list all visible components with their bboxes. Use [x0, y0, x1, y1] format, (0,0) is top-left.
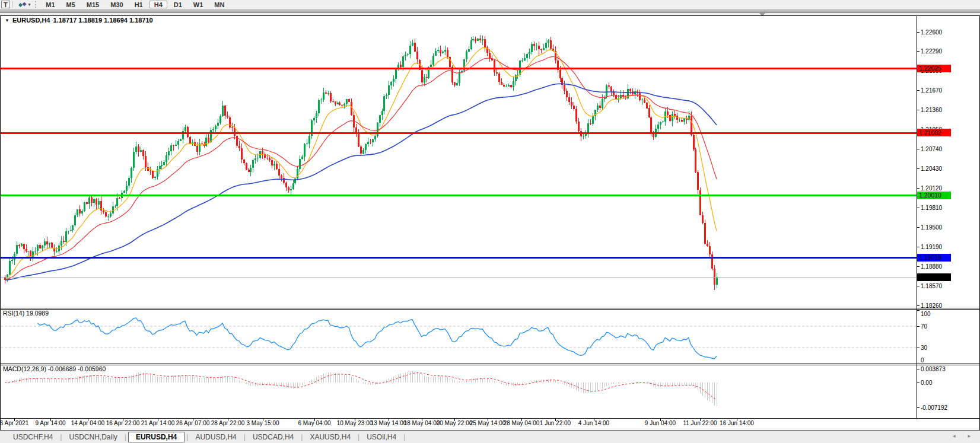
svg-text:1.19500: 1.19500	[921, 224, 943, 231]
tab-usdcnh-daily[interactable]: USDCNH,Daily	[62, 432, 124, 442]
svg-text:1.20430: 1.20430	[921, 165, 943, 172]
timeframe-h1[interactable]: H1	[130, 1, 148, 8]
svg-text:14 Apr 04:00: 14 Apr 04:00	[71, 420, 105, 426]
svg-text:25 May 14:00: 25 May 14:00	[470, 420, 506, 426]
svg-text:6 Apr 2021: 6 Apr 2021	[0, 420, 29, 426]
svg-text:9 Jun 04:00: 9 Jun 04:00	[645, 420, 676, 426]
svg-text:28 May 04:00: 28 May 04:00	[504, 420, 540, 426]
horizontal-scrollbar[interactable]	[0, 9, 980, 13]
tabs-scroll-right-icon[interactable]: ►	[967, 434, 972, 439]
timeframe-m15[interactable]: M15	[82, 1, 104, 8]
svg-text:13 May 14:00: 13 May 14:00	[371, 420, 407, 426]
svg-text:1.19810: 1.19810	[921, 205, 943, 211]
symbol-tabs: USDCHF,H4|USDCNH,Daily|EURUSD,H4|AUDUSD,…	[0, 432, 405, 442]
svg-text:1.21670: 1.21670	[921, 87, 943, 94]
svg-text:0.00: 0.00	[921, 380, 933, 386]
macd-indicator-label: MACD(12,26,9) -0.006689 -0.005960	[3, 365, 106, 372]
svg-text:1.19190: 1.19190	[921, 244, 943, 250]
svg-text:1 Jun 22:00: 1 Jun 22:00	[540, 420, 571, 426]
app-window: { "toolbar": { "text_tool_label": "T", "…	[0, 0, 980, 443]
chart-symbol-label: EURUSD,H4	[12, 17, 50, 24]
svg-text:1.20120: 1.20120	[921, 185, 943, 192]
svg-text:11 Jun 22:00: 11 Jun 22:00	[683, 420, 717, 426]
timeframe-m30[interactable]: M30	[106, 1, 128, 8]
svg-text:0.003873: 0.003873	[921, 366, 946, 372]
tab-usdcad-h4[interactable]: USDCAD,H4	[246, 432, 301, 442]
svg-text:1.22290: 1.22290	[921, 48, 943, 55]
tab-eurusd-h4[interactable]: EURUSD,H4	[128, 432, 184, 442]
svg-text:1.22025: 1.22025	[919, 65, 941, 72]
svg-text:6 May 04:00: 6 May 04:00	[298, 420, 330, 426]
svg-text:1.20740: 1.20740	[921, 146, 943, 152]
timeframe-h4[interactable]: H4	[149, 1, 167, 8]
svg-text:18 May 04:00: 18 May 04:00	[404, 420, 440, 426]
tab-separator: |	[125, 433, 126, 441]
chart-title[interactable]: ▼ EURUSD,H4 1.18717 1.18819 1.18694 1.18…	[5, 17, 153, 24]
svg-text:16 Apr 22:00: 16 Apr 22:00	[106, 420, 140, 426]
chart-window-frame	[1, 16, 980, 431]
timeframe-m1[interactable]: M1	[41, 1, 59, 8]
svg-text:4 Jun 14:00: 4 Jun 14:00	[578, 420, 610, 426]
price-tag: 1.19018	[917, 254, 951, 262]
svg-text:1.18260: 1.18260	[921, 302, 943, 309]
svg-text:0: 0	[921, 357, 924, 364]
timeframe-m5[interactable]: M5	[62, 1, 80, 8]
tab-usdchf-h4[interactable]: USDCHF,H4	[6, 432, 60, 442]
arrows-dropdown-button[interactable]: ▾	[15, 1, 33, 8]
tabs-scroll-left-icon[interactable]: ◄	[952, 434, 956, 439]
svg-text:1.19018: 1.19018	[919, 254, 941, 261]
chart-canvas[interactable]: 1.226001.222901.219801.216701.213601.210…	[0, 15, 980, 431]
chart-ohlc-values: 1.18717 1.18819 1.18694 1.18710	[53, 17, 153, 24]
svg-text:70: 70	[921, 323, 928, 330]
svg-text:16 Jun 14:00: 16 Jun 14:00	[720, 420, 754, 426]
tab-audusd-h4[interactable]: AUDUSD,H4	[188, 432, 243, 442]
svg-text:1.22600: 1.22600	[921, 29, 943, 36]
svg-text:28 Apr 22:00: 28 Apr 22:00	[211, 420, 245, 426]
tab-scroll-arrows: ◄ ►	[952, 434, 972, 439]
svg-text:10 May 23:00: 10 May 23:00	[337, 420, 373, 426]
chart-dropdown-icon[interactable]: ▼	[5, 18, 9, 23]
chart-window: 1.226001.222901.219801.216701.213601.210…	[0, 15, 980, 431]
toolbar-grip	[35, 1, 37, 8]
svg-text:3 May 15:00: 3 May 15:00	[246, 420, 279, 426]
price-tag: 1.22025	[917, 65, 951, 72]
toolbar-separator	[12, 1, 13, 8]
svg-text:26 Apr 07:00: 26 Apr 07:00	[176, 420, 210, 426]
text-tool-button[interactable]: T	[1, 1, 10, 8]
svg-text:1.21002: 1.21002	[919, 129, 941, 136]
tab-xauusd-h4[interactable]: XAUUSD,H4	[303, 432, 358, 442]
svg-text:9 Apr 14:00: 9 Apr 14:00	[35, 420, 66, 426]
chart-tab-bar: USDCHF,H4|USDCNH,Daily|EURUSD,H4|AUDUSD,…	[0, 430, 980, 443]
tab-separator: |	[403, 433, 405, 441]
price-tag: 1.20010	[917, 192, 951, 199]
rsi-indicator-label: RSI(14) 19.0989	[3, 310, 49, 317]
top-toolbar: T ▾ M1M5M15M30H1H4D1W1MN	[0, 0, 980, 9]
timeframe-group: M1M5M15M30H1H4D1W1MN	[41, 1, 229, 8]
timeframe-d1[interactable]: D1	[169, 1, 187, 8]
svg-text:1.18710: 1.18710	[919, 273, 941, 281]
timeframe-w1[interactable]: W1	[189, 1, 208, 8]
price-tag: 1.21002	[917, 129, 951, 136]
price-tag: 1.18710	[917, 273, 951, 281]
svg-text:100: 100	[921, 311, 931, 317]
arrows-icon	[18, 1, 27, 8]
svg-text:20 May 22:00: 20 May 22:00	[437, 420, 473, 426]
svg-text:1.18880: 1.18880	[921, 263, 943, 270]
svg-text:1.18570: 1.18570	[921, 283, 943, 289]
svg-text:21 Apr 14:00: 21 Apr 14:00	[141, 420, 175, 426]
tab-usoil-h4[interactable]: USOil,H4	[359, 432, 403, 442]
svg-text:1.21360: 1.21360	[921, 107, 943, 113]
svg-text:1.20010: 1.20010	[919, 192, 941, 199]
dropdown-caret-icon: ▾	[28, 2, 31, 7]
svg-text:30: 30	[921, 345, 928, 351]
timeframe-mn[interactable]: MN	[209, 1, 229, 8]
svg-text:-0.007192: -0.007192	[921, 404, 947, 411]
